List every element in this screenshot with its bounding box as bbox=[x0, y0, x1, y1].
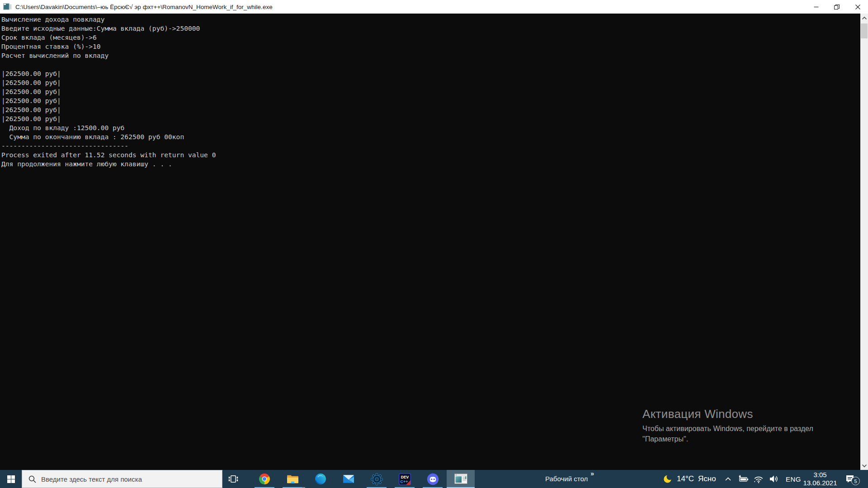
console-line: Для продолжения нажмите любую клавишу . … bbox=[1, 160, 860, 169]
battery-icon bbox=[738, 474, 749, 484]
search-icon bbox=[28, 475, 36, 483]
window-title: C:\Users\Davakin\Documents\–юь ЁрсюЄ√ эр… bbox=[15, 4, 806, 10]
wifi-icon bbox=[753, 474, 764, 484]
taskbar-app-gear[interactable] bbox=[363, 470, 391, 488]
console-line: |262500.00 руб| bbox=[1, 105, 860, 114]
console-app-icon bbox=[3, 3, 12, 11]
console-line: Доход по вкладу :12500.00 руб bbox=[1, 123, 860, 132]
taskbar-search[interactable] bbox=[22, 470, 222, 488]
task-view-button[interactable] bbox=[222, 470, 244, 488]
chrome-icon bbox=[259, 473, 270, 485]
system-tray: ENG bbox=[722, 470, 803, 488]
windows-activation-watermark: Активация Windows Чтобы активировать Win… bbox=[642, 407, 855, 444]
console-line: |262500.00 руб| bbox=[1, 96, 860, 105]
window-titlebar[interactable]: C:\Users\Davakin\Documents\–юь ЁрсюЄ√ эр… bbox=[0, 0, 868, 14]
watermark-title: Активация Windows bbox=[642, 407, 855, 421]
console-line: |262500.00 руб| bbox=[1, 87, 860, 96]
dev-cpp-icon: DEV C++ bbox=[399, 473, 411, 485]
weather-condition: Ясно bbox=[698, 474, 716, 483]
toolbar-overflow-chevron[interactable]: » bbox=[590, 470, 594, 477]
taskbar: DEV C++ bbox=[0, 470, 868, 488]
taskbar-clock[interactable]: 3:05 13.06.2021 bbox=[802, 470, 839, 488]
taskbar-app-console[interactable] bbox=[447, 470, 475, 488]
taskbar-app-mail[interactable] bbox=[335, 470, 363, 488]
taskbar-app-file-explorer[interactable] bbox=[278, 470, 307, 488]
console-line: |262500.00 руб| bbox=[1, 114, 860, 123]
windows-start-icon bbox=[7, 475, 15, 483]
edge-icon bbox=[315, 473, 326, 485]
task-view-icon bbox=[228, 474, 238, 484]
speaker-icon bbox=[769, 474, 779, 484]
network-indicator[interactable] bbox=[753, 470, 764, 488]
taskbar-apps: DEV C++ bbox=[250, 470, 475, 488]
moon-icon bbox=[663, 474, 673, 484]
console-window-icon bbox=[454, 474, 467, 484]
scroll-down-button[interactable] bbox=[860, 462, 868, 469]
taskbar-app-devcpp[interactable]: DEV C++ bbox=[391, 470, 419, 488]
console-line: |262500.00 руб| bbox=[1, 78, 860, 87]
console-line: Сумма по окончанию вклада : 262500 руб 0… bbox=[1, 132, 860, 141]
hidden-icons-button[interactable] bbox=[722, 470, 733, 488]
close-button[interactable] bbox=[847, 0, 868, 14]
console-line: Процентная ставка (%)->10 bbox=[1, 42, 860, 51]
console-line: Срок вклада (месяцев)->6 bbox=[1, 33, 860, 42]
watermark-line1: Чтобы активировать Windows, перейдите в … bbox=[642, 425, 813, 432]
file-explorer-icon bbox=[287, 474, 299, 484]
desktop-toolbar-label[interactable]: Рабочий стол bbox=[545, 475, 588, 483]
gear-app-icon bbox=[371, 473, 383, 485]
console-line: Process exited after 11.52 seconds with … bbox=[1, 150, 860, 160]
scrollbar-thumb[interactable] bbox=[861, 23, 868, 38]
discord-icon bbox=[427, 473, 439, 485]
chevron-up-icon bbox=[725, 477, 731, 481]
window-controls bbox=[806, 0, 868, 14]
console-line: |262500.00 руб| bbox=[1, 69, 860, 78]
battery-indicator[interactable] bbox=[738, 470, 749, 488]
taskbar-app-edge[interactable] bbox=[307, 470, 335, 488]
language-indicator[interactable]: ENG bbox=[784, 470, 803, 488]
notification-badge: 5 bbox=[851, 477, 860, 485]
console-line: Вычисление дохода повкладу bbox=[1, 15, 860, 24]
taskbar-app-discord[interactable] bbox=[419, 470, 447, 488]
minimize-icon bbox=[814, 5, 819, 9]
minimize-button[interactable] bbox=[806, 0, 826, 14]
console-line: Расчет вычислений по вкладу bbox=[1, 51, 860, 60]
restore-button[interactable] bbox=[826, 0, 847, 14]
svg-text:C++: C++ bbox=[400, 479, 408, 484]
clock-date: 13.06.2021 bbox=[803, 479, 837, 487]
desktop-toolbar[interactable]: Рабочий стол » bbox=[542, 470, 594, 488]
watermark-line2: "Параметры". bbox=[642, 435, 688, 443]
console-line: Введите исходные данные:Сумма вклада (ру… bbox=[1, 24, 860, 33]
restore-icon bbox=[834, 4, 840, 9]
search-input[interactable] bbox=[41, 475, 217, 483]
volume-indicator[interactable] bbox=[769, 470, 779, 488]
taskbar-app-chrome[interactable] bbox=[250, 470, 278, 488]
console-scrollbar[interactable] bbox=[860, 14, 868, 470]
svg-text:DEV: DEV bbox=[401, 474, 409, 479]
mail-icon bbox=[343, 474, 354, 484]
console-line bbox=[1, 60, 860, 69]
action-center-button[interactable]: 5 bbox=[844, 470, 866, 488]
weather-temperature: 14°C bbox=[677, 474, 694, 483]
chevron-up-icon bbox=[862, 16, 867, 20]
console-output[interactable]: Вычисление дохода повкладуВведите исходн… bbox=[0, 14, 860, 470]
close-icon bbox=[855, 5, 860, 9]
weather-widget[interactable]: 14°C Ясно bbox=[663, 470, 716, 488]
start-button[interactable] bbox=[0, 470, 22, 488]
clock-time: 3:05 bbox=[813, 471, 826, 479]
chevron-down-icon bbox=[862, 464, 867, 468]
scroll-up-button[interactable] bbox=[860, 14, 868, 22]
console-line: -------------------------------- bbox=[1, 141, 860, 150]
